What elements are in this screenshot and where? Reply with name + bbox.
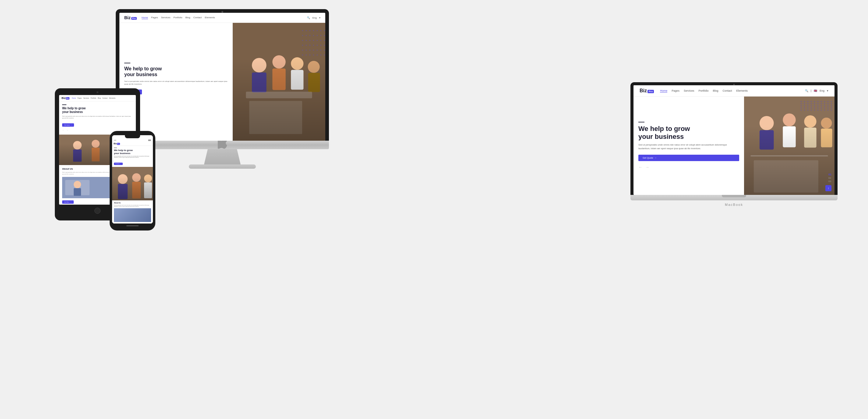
nav-services[interactable]: Services: [161, 16, 170, 19]
ipad-nav-blog[interactable]: Blog: [98, 97, 101, 99]
iphone-signal: ▌▌▌: [148, 139, 151, 141]
macbook-website-ui: BizPro Home Pages Services Portfolio Blo…: [633, 85, 835, 195]
iphone-outer: 9:41 ▌▌▌ BizPro We help to growyour busi…: [110, 131, 155, 230]
svg-rect-24: [118, 184, 128, 199]
macbook-nav-pages[interactable]: Pages: [672, 89, 680, 93]
macbook-bottom: MacBook: [630, 195, 838, 200]
ipad-nav-services[interactable]: Services: [83, 97, 89, 99]
svg-point-12: [73, 141, 82, 150]
imac-nav-logo: BizPro: [124, 15, 137, 20]
imac-nav-links: Home Pages Services Portfolio Blog Conta…: [142, 16, 215, 19]
svg-rect-39: [754, 160, 818, 192]
iphone-hero-title: We help to growyour business: [114, 149, 151, 155]
nav-portfolio[interactable]: Portfolio: [173, 16, 182, 19]
imac-camera: [221, 11, 223, 13]
ipad-hero-line: [62, 104, 66, 105]
macbook-next-arrow[interactable]: →: [645, 165, 649, 170]
macbook-flag-icon: 🇬🇧: [814, 89, 817, 92]
ipad-camera: [97, 91, 98, 93]
macbook-search-icon[interactable]: 🔍: [805, 89, 808, 92]
svg-rect-37: [821, 129, 832, 148]
macbook-nav-portfolio[interactable]: Portfolio: [699, 89, 708, 93]
chevron-down-icon: ▾: [319, 17, 320, 19]
macbook-nav: BizPro Home Pages Services Portfolio Blo…: [633, 85, 835, 97]
svg-rect-9: [246, 92, 312, 98]
ipad-nav-pages[interactable]: Pages: [78, 97, 82, 99]
iphone-home-indicator: [126, 225, 138, 226]
ipad-about-cta[interactable]: Get More →: [62, 200, 74, 204]
macbook-lang: Eng: [819, 89, 825, 92]
macbook-arrow-right-icon: →: [654, 157, 657, 159]
ipad-nav-home[interactable]: Home: [72, 97, 76, 99]
svg-rect-15: [92, 148, 100, 161]
ipad-nav-portfolio[interactable]: Portfolio: [91, 97, 96, 99]
iphone-about-section: About Us Sed ut perspiciatis unde omnis …: [112, 200, 153, 224]
imac-hero-line: [124, 63, 130, 63]
imac-base: [189, 164, 256, 169]
macbook-prev-arrow[interactable]: ←: [638, 165, 643, 170]
imac-screen: BizPro Home Pages Services Portfolio Blo…: [119, 13, 325, 141]
macbook-hero-arrows: ← →: [638, 165, 739, 170]
imac-nav-right: 🔍 Eng ▾: [307, 17, 320, 19]
macbook-hero-left: We help to grow your business Sed ut per…: [633, 97, 744, 195]
ipad-nav-contact[interactable]: Contact: [102, 97, 107, 99]
svg-point-20: [74, 181, 81, 188]
iphone-nav: BizPro: [112, 141, 153, 146]
macbook-lang-chevron: ▾: [827, 89, 828, 92]
ipad-cta-button[interactable]: Get Quote →: [62, 123, 74, 127]
svg-point-1: [252, 58, 267, 72]
iphone-hero-content: We help to growyour business Sed ut pers…: [112, 146, 153, 167]
nav-pages[interactable]: Pages: [151, 16, 158, 19]
macbook-nav-links: Home Pages Services Portfolio Blog Conta…: [660, 89, 748, 93]
search-icon[interactable]: 🔍: [307, 17, 310, 19]
svg-point-34: [804, 116, 816, 128]
macbook-cta-button[interactable]: Get Quote →: [638, 155, 739, 161]
macbook-hero-title: We help to grow your business: [638, 125, 739, 141]
macbook-hero-image: 01 02 03 ↑: [744, 97, 835, 195]
macbook-divider: |: [811, 89, 811, 92]
scene: BizPro Home Pages Services Portfolio Blo…: [0, 0, 868, 419]
svg-point-36: [821, 118, 832, 129]
ipad-home-button[interactable]: [94, 208, 100, 214]
imac-hero-title: We help to grow your business: [124, 66, 228, 77]
macbook-screen-outer: BizPro Home Pages Services Portfolio Blo…: [630, 82, 838, 195]
svg-point-27: [144, 174, 152, 183]
iphone-cta-button[interactable]: Get Quote →: [114, 163, 123, 165]
ipad-next-arrow[interactable]: →: [66, 129, 68, 132]
svg-point-7: [308, 61, 319, 73]
macbook-nav-services[interactable]: Services: [684, 89, 694, 93]
iphone-time: 9:41: [114, 139, 116, 141]
lang-label: Eng: [312, 17, 317, 19]
imac-screen-outer: BizPro Home Pages Services Portfolio Blo…: [116, 9, 329, 141]
nav-home[interactable]: Home: [142, 16, 148, 19]
iphone-screen: 9:41 ▌▌▌ BizPro We help to growyour busi…: [112, 135, 153, 224]
iphone-arrow-icon: →: [120, 163, 121, 164]
svg-rect-21: [74, 188, 81, 196]
nav-blog[interactable]: Blog: [185, 16, 190, 19]
svg-rect-28: [144, 183, 152, 198]
iphone-about-image: [114, 208, 151, 222]
svg-point-25: [132, 173, 141, 182]
svg-rect-6: [291, 70, 303, 90]
macbook-nav-contact[interactable]: Contact: [722, 89, 732, 93]
svg-point-3: [272, 56, 285, 68]
macbook-hero-line: [638, 122, 645, 122]
nav-elements[interactable]: Elements: [205, 16, 215, 19]
svg-point-32: [783, 113, 796, 126]
svg-point-30: [760, 116, 774, 130]
svg-rect-31: [760, 130, 774, 150]
macbook-nav-home[interactable]: Home: [660, 89, 667, 93]
ipad-prev-arrow[interactable]: ←: [62, 129, 65, 132]
macbook-nav-blog[interactable]: Blog: [713, 89, 718, 93]
iphone-device: 9:41 ▌▌▌ BizPro We help to growyour busi…: [110, 131, 155, 230]
macbook-nav-elements[interactable]: Elements: [736, 89, 748, 93]
svg-rect-26: [132, 182, 141, 198]
imac-nav: BizPro Home Pages Services Portfolio Blo…: [119, 13, 325, 23]
ipad-nav-elements[interactable]: Elements: [109, 97, 116, 99]
macbook-hero: We help to grow your business Sed ut per…: [633, 97, 835, 195]
nav-contact[interactable]: Contact: [193, 16, 202, 19]
ipad-about-arrow: →: [70, 201, 71, 203]
macbook-hero-desc: Sed ut perspiciatis unde omnis iste natu…: [638, 143, 739, 151]
iphone-hero-image: [112, 167, 153, 200]
scroll-up-button[interactable]: ↑: [825, 185, 832, 191]
